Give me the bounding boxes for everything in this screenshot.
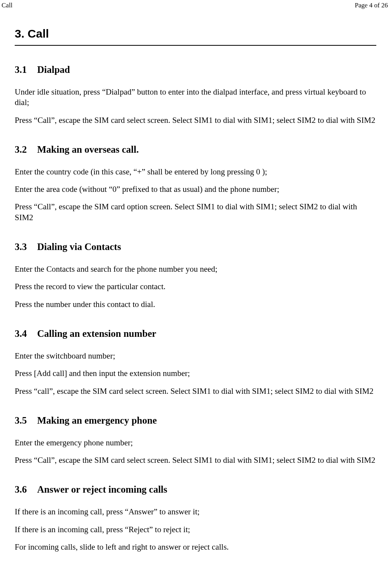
section-title: Calling an extension number xyxy=(37,328,156,339)
paragraph: Press “Call”, escape the SIM card select… xyxy=(15,115,376,126)
paragraph: If there is an incoming call, press “Rej… xyxy=(15,524,376,535)
section-heading-overseas: 3.2 Making an overseas call. xyxy=(15,144,376,155)
document-body: 3. Call 3.1 Dialpad Under idle situation… xyxy=(0,27,391,552)
paragraph: Press the record to view the particular … xyxy=(15,281,376,292)
section-heading-dialpad: 3.1 Dialpad xyxy=(15,64,376,75)
section-number: 3.6 xyxy=(15,484,37,495)
paragraph: Under idle situation, press “Dialpad” bu… xyxy=(15,87,376,108)
paragraph: If there is an incoming call, press “Ans… xyxy=(15,507,376,517)
paragraph: Enter the area code (without “0” prefixe… xyxy=(15,184,376,195)
paragraph: Enter the emergency phone number; xyxy=(15,438,376,448)
chapter-title: 3. Call xyxy=(15,27,376,46)
paragraph: Enter the switchboard number; xyxy=(15,351,376,361)
paragraph: Press “Call”, escape the SIM card select… xyxy=(15,455,376,466)
paragraph: For incoming calls, slide to left and ri… xyxy=(15,542,376,552)
section-heading-extension: 3.4 Calling an extension number xyxy=(15,328,376,339)
section-title: Making an emergency phone xyxy=(37,415,157,426)
paragraph: Press the number under this contact to d… xyxy=(15,299,376,310)
paragraph: Press “Call”, escape the SIM card option… xyxy=(15,202,376,223)
paragraph: Press [Add call] and then input the exte… xyxy=(15,368,376,379)
section-number: 3.4 xyxy=(15,328,37,339)
section-heading-answer-reject: 3.6 Answer or reject incoming calls xyxy=(15,484,376,495)
section-title: Dialing via Contacts xyxy=(37,241,121,252)
section-title: Making an overseas call. xyxy=(37,144,139,155)
paragraph: Press “call”, escape the SIM card select… xyxy=(15,386,376,397)
section-heading-contacts: 3.3 Dialing via Contacts xyxy=(15,241,376,252)
section-number: 3.2 xyxy=(15,144,37,155)
section-number: 3.5 xyxy=(15,415,37,426)
paragraph: Enter the Contacts and search for the ph… xyxy=(15,264,376,274)
header-title: Call xyxy=(2,2,12,9)
section-title: Dialpad xyxy=(37,64,70,75)
section-number: 3.1 xyxy=(15,64,37,75)
page-number: Page 4 of 26 xyxy=(355,2,388,9)
section-title: Answer or reject incoming calls xyxy=(37,484,167,495)
page-header: Call Page 4 of 26 xyxy=(0,0,391,10)
paragraph: Enter the country code (in this case, “+… xyxy=(15,167,376,177)
section-number: 3.3 xyxy=(15,241,37,252)
section-heading-emergency: 3.5 Making an emergency phone xyxy=(15,415,376,426)
